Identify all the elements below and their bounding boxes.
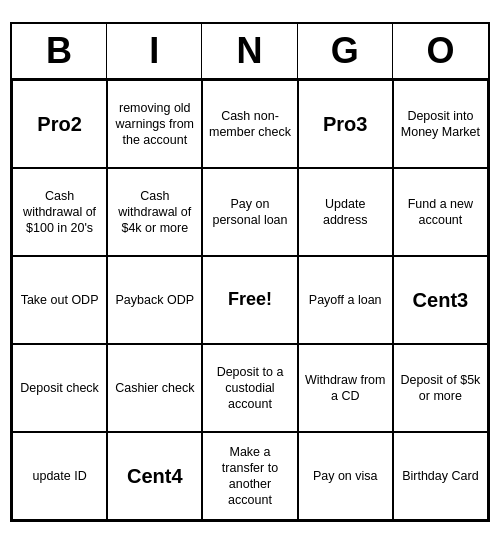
bingo-cell: Pay on visa	[298, 432, 393, 520]
bingo-cell: Cent4	[107, 432, 202, 520]
bingo-cell: Cashier check	[107, 344, 202, 432]
bingo-letter: O	[393, 24, 488, 78]
bingo-cell: Cash withdrawal of $100 in 20's	[12, 168, 107, 256]
bingo-letter: I	[107, 24, 202, 78]
bingo-cell: Pro3	[298, 80, 393, 168]
bingo-letter: N	[202, 24, 297, 78]
bingo-cell: Deposit of $5k or more	[393, 344, 488, 432]
bingo-cell: Payoff a loan	[298, 256, 393, 344]
bingo-cell: Payback ODP	[107, 256, 202, 344]
bingo-grid: Pro2removing old warnings from the accou…	[12, 80, 488, 520]
bingo-card: BINGO Pro2removing old warnings from the…	[10, 22, 490, 522]
bingo-cell: removing old warnings from the account	[107, 80, 202, 168]
bingo-cell: Cash non-member check	[202, 80, 297, 168]
bingo-cell: Deposit check	[12, 344, 107, 432]
bingo-cell: Birthday Card	[393, 432, 488, 520]
bingo-cell: Update address	[298, 168, 393, 256]
bingo-cell: Deposit to a custodial account	[202, 344, 297, 432]
bingo-cell: Pay on personal loan	[202, 168, 297, 256]
bingo-letter: B	[12, 24, 107, 78]
bingo-cell: Cash withdrawal of $4k or more	[107, 168, 202, 256]
bingo-cell: Cent3	[393, 256, 488, 344]
bingo-cell: update ID	[12, 432, 107, 520]
bingo-cell: Pro2	[12, 80, 107, 168]
bingo-cell: Take out ODP	[12, 256, 107, 344]
bingo-cell: Deposit into Money Market	[393, 80, 488, 168]
bingo-cell: Free!	[202, 256, 297, 344]
bingo-letter: G	[298, 24, 393, 78]
bingo-cell: Withdraw from a CD	[298, 344, 393, 432]
bingo-cell: Fund a new account	[393, 168, 488, 256]
bingo-header: BINGO	[12, 24, 488, 80]
bingo-cell: Make a transfer to another account	[202, 432, 297, 520]
